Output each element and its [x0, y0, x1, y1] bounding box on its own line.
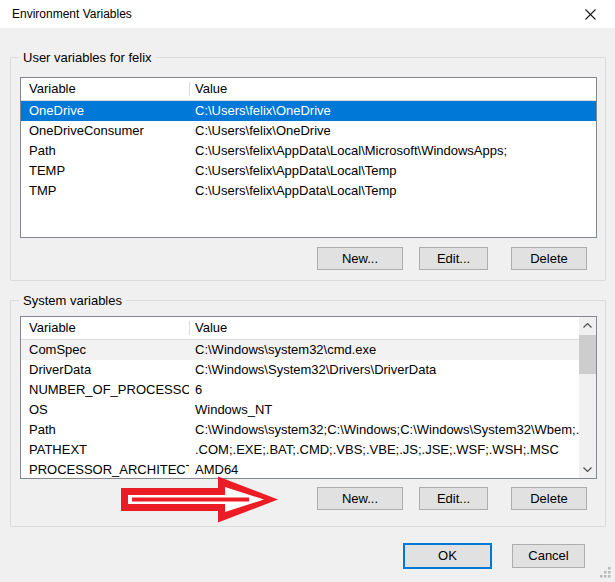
variable-cell: Path — [21, 420, 189, 440]
table-row[interactable]: NUMBER_OF_PROCESSORS6 — [21, 380, 596, 400]
close-button[interactable] — [565, 0, 615, 28]
system-variables-rows: ComSpecC:\Windows\system32\cmd.exeDriver… — [21, 340, 596, 479]
system-new-button[interactable]: New... — [317, 487, 403, 510]
value-cell: C:\Users\felix\AppData\Local\Temp — [189, 161, 596, 181]
table-row[interactable]: OneDriveConsumerC:\Users\felix\OneDrive — [21, 121, 596, 141]
close-icon — [585, 9, 596, 20]
table-row[interactable]: TMPC:\Users\felix\AppData\Local\Temp — [21, 181, 596, 201]
user-variables-table: Variable Value OneDriveC:\Users\felix\On… — [20, 77, 597, 238]
vertical-scrollbar[interactable] — [579, 317, 596, 478]
variable-cell: TEMP — [21, 161, 189, 181]
table-row[interactable]: PROCESSOR_ARCHITECTUREAMD64 — [21, 460, 596, 479]
table-row[interactable]: ComSpecC:\Windows\system32\cmd.exe — [21, 340, 596, 360]
value-cell: C:\Users\felix\OneDrive — [189, 121, 596, 141]
table-row[interactable]: TEMPC:\Users\felix\AppData\Local\Temp — [21, 161, 596, 181]
value-cell: Windows_NT — [189, 400, 596, 420]
value-column-header: Value — [189, 317, 596, 339]
value-column-header: Value — [189, 78, 596, 100]
variable-cell: DriverData — [21, 360, 189, 380]
variable-cell: ComSpec — [21, 340, 189, 360]
table-row[interactable]: PathC:\Users\felix\AppData\Local\Microso… — [21, 141, 596, 161]
titlebar: Environment Variables — [0, 0, 615, 28]
variable-cell: Path — [21, 141, 189, 161]
scrollbar-up-button[interactable] — [579, 317, 596, 334]
value-cell: C:\Windows\System32\Drivers\DriverData — [189, 360, 596, 380]
variable-cell: PATHEXT — [21, 440, 189, 460]
table-header: Variable Value — [21, 78, 596, 101]
variable-cell: OneDriveConsumer — [21, 121, 189, 141]
table-header: Variable Value — [21, 317, 596, 340]
user-delete-button[interactable]: Delete — [511, 247, 587, 270]
variable-column-header: Variable — [21, 78, 189, 100]
resize-grip[interactable] — [599, 566, 612, 579]
value-cell: C:\Users\felix\OneDrive — [189, 101, 596, 121]
window-title: Environment Variables — [12, 7, 132, 21]
variable-cell: OneDrive — [21, 101, 189, 121]
table-row[interactable]: DriverDataC:\Windows\System32\Drivers\Dr… — [21, 360, 596, 380]
value-cell: .COM;.EXE;.BAT;.CMD;.VBS;.VBE;.JS;.JSE;.… — [189, 440, 596, 460]
value-cell: C:\Users\felix\AppData\Local\Temp — [189, 181, 596, 201]
value-cell: C:\Users\felix\AppData\Local\Microsoft\W… — [189, 141, 596, 161]
variable-cell: TMP — [21, 181, 189, 201]
user-edit-button[interactable]: Edit... — [419, 247, 488, 270]
annotation-arrow — [121, 476, 280, 523]
table-row[interactable]: OSWindows_NT — [21, 400, 596, 420]
system-variables-label: System variables — [19, 293, 126, 308]
variable-cell: OS — [21, 400, 189, 420]
scrollbar-thumb[interactable] — [579, 335, 596, 374]
user-new-button[interactable]: New... — [317, 247, 403, 270]
value-cell: 6 — [189, 380, 596, 400]
value-cell: C:\Windows\system32;C:\Windows;C:\Window… — [189, 420, 596, 440]
environment-variables-dialog: { "window": { "title": "Environment Vari… — [0, 0, 615, 582]
user-variables-label: User variables for felix — [19, 50, 156, 65]
variable-cell: NUMBER_OF_PROCESSORS — [21, 380, 189, 400]
scrollbar-down-button[interactable] — [579, 461, 596, 478]
variable-column-header: Variable — [21, 317, 189, 339]
cancel-button[interactable]: Cancel — [512, 544, 585, 568]
chevron-up-icon — [583, 323, 592, 328]
table-row[interactable]: PathC:\Windows\system32;C:\Windows;C:\Wi… — [21, 420, 596, 440]
table-row[interactable]: PATHEXT.COM;.EXE;.BAT;.CMD;.VBS;.VBE;.JS… — [21, 440, 596, 460]
chevron-down-icon — [583, 467, 592, 472]
ok-button[interactable]: OK — [403, 543, 492, 569]
system-variables-table: Variable Value ComSpecC:\Windows\system3… — [20, 316, 597, 479]
user-variables-rows: OneDriveC:\Users\felix\OneDriveOneDriveC… — [21, 101, 596, 201]
table-row[interactable]: OneDriveC:\Users\felix\OneDrive — [21, 101, 596, 121]
system-edit-button[interactable]: Edit... — [419, 487, 488, 510]
system-delete-button[interactable]: Delete — [511, 487, 587, 510]
value-cell: C:\Windows\system32\cmd.exe — [189, 340, 596, 360]
